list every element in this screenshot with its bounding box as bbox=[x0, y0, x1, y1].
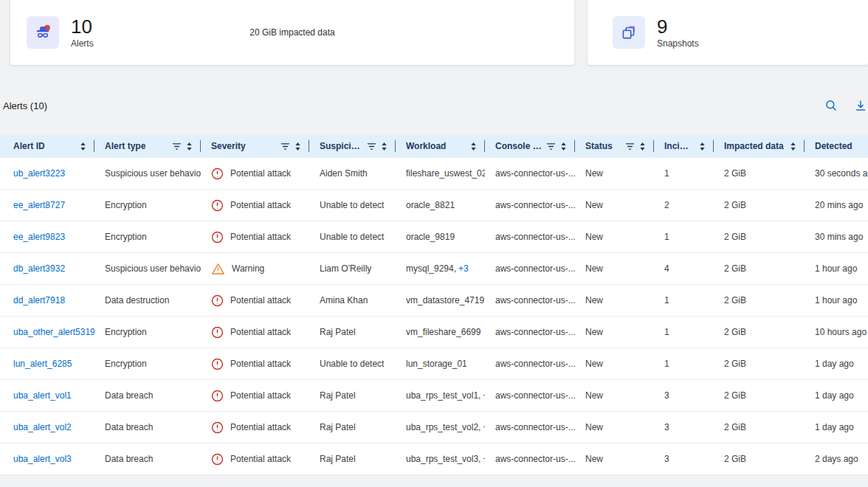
status-cell: New bbox=[575, 253, 654, 284]
console-agent-cell: aws-connector-us-... bbox=[485, 285, 575, 316]
table-row[interactable]: ee_alert8727 Encryption Potential attack… bbox=[0, 190, 868, 221]
workload-cell: oracle_8821 bbox=[396, 190, 485, 221]
column-header[interactable]: Suspicious u... bbox=[309, 134, 396, 158]
console-agent-cell: aws-connector-us-... bbox=[485, 253, 575, 284]
alerts-metric: 10 Alerts bbox=[10, 16, 94, 49]
detected-cell: 10 hours ago bbox=[805, 317, 868, 348]
alert-id-link[interactable]: lun_alert_6285 bbox=[13, 359, 72, 369]
incidents-cell: 2 bbox=[654, 190, 714, 221]
workload-name: mysql_9294, bbox=[406, 263, 456, 274]
detected-cell: 2 days ago bbox=[805, 443, 868, 474]
sort-icon[interactable] bbox=[789, 142, 797, 151]
warning-severity-icon bbox=[211, 263, 225, 275]
alert-id-link[interactable]: uba_alert_vol1 bbox=[13, 390, 72, 401]
sort-icon[interactable] bbox=[638, 142, 647, 151]
download-icon[interactable] bbox=[855, 100, 867, 111]
column-header[interactable]: Incidents bbox=[654, 134, 714, 158]
status-cell: New bbox=[575, 412, 654, 443]
filter-icon[interactable] bbox=[172, 142, 182, 151]
search-icon[interactable] bbox=[825, 100, 837, 111]
table-row[interactable]: db_alert3932 Suspicious user behavior Wa… bbox=[0, 253, 868, 285]
workload-name: fileshare_uswest_02_3: bbox=[406, 168, 485, 179]
alert-id-link[interactable]: ub_alert3223 bbox=[13, 168, 65, 179]
table-row[interactable]: ub_alert3223 Suspicious user behavior Po… bbox=[0, 158, 868, 190]
critical-severity-icon bbox=[211, 326, 224, 339]
alert-id-link[interactable]: uba_other_alert5319 bbox=[13, 327, 94, 337]
sort-icon[interactable] bbox=[185, 142, 193, 151]
impacted-data-cell: 2 GiB bbox=[714, 443, 805, 474]
alert-id-cell: uba_alert_vol3 bbox=[0, 443, 94, 474]
column-header[interactable]: Console agent bbox=[485, 134, 575, 158]
column-header[interactable]: Workload bbox=[396, 134, 485, 158]
filter-icon[interactable] bbox=[546, 142, 556, 151]
status-cell: New bbox=[575, 190, 654, 221]
sort-icon[interactable] bbox=[698, 142, 706, 151]
workload-more-link[interactable]: +3 bbox=[458, 263, 469, 274]
table-row[interactable]: dd_alert7918 Data destruction Potential … bbox=[0, 285, 868, 317]
incidents-cell: 4 bbox=[654, 253, 714, 284]
sort-icon[interactable] bbox=[79, 142, 87, 151]
filter-icon[interactable] bbox=[280, 142, 290, 151]
snapshots-count: 9 bbox=[657, 16, 699, 37]
table-row[interactable]: uba_other_alert5319 Encryption Potential… bbox=[0, 317, 868, 348]
table-row[interactable]: uba_alert_vol1 Data breach Potential att… bbox=[0, 380, 868, 412]
sort-icon[interactable] bbox=[469, 142, 478, 151]
alert-id-link[interactable]: dd_alert7918 bbox=[13, 295, 65, 305]
impacted-data-cell: 2 GiB bbox=[714, 412, 805, 443]
workload-cell: oracle_9819 bbox=[396, 221, 485, 252]
column-header[interactable]: Alert type bbox=[94, 134, 201, 158]
severity-cell: Potential attack bbox=[201, 190, 309, 221]
column-header[interactable]: Alert ID bbox=[0, 134, 94, 158]
impacted-data-cell: 2 GiB bbox=[714, 285, 805, 316]
alert-id-link[interactable]: ee_alert8727 bbox=[13, 200, 65, 210]
sort-icon[interactable] bbox=[559, 142, 568, 151]
alert-id-cell: ee_alert8727 bbox=[0, 190, 94, 221]
sort-icon[interactable] bbox=[294, 142, 302, 151]
alert-id-link[interactable]: uba_alert_vol2 bbox=[13, 422, 72, 432]
column-header-label: Workload bbox=[406, 141, 446, 151]
sort-icon[interactable] bbox=[380, 142, 388, 151]
column-header-label: Console agent bbox=[495, 141, 542, 151]
status-cell: New bbox=[575, 158, 654, 189]
filter-icon[interactable] bbox=[367, 142, 376, 151]
column-header[interactable]: Impacted data bbox=[714, 134, 805, 158]
severity-cell: Potential attack bbox=[201, 412, 309, 443]
severity-cell: Potential attack bbox=[201, 221, 309, 252]
suspicious-user-cell: Amina Khan bbox=[309, 285, 396, 316]
table-row[interactable]: ee_alert9823 Encryption Potential attack… bbox=[0, 221, 868, 253]
workload-cell: lun_storage_01 bbox=[396, 348, 485, 379]
column-header-icons bbox=[168, 142, 193, 151]
severity-cell: Potential attack bbox=[201, 380, 309, 411]
table-row[interactable]: lun_alert_6285 Encryption Potential atta… bbox=[0, 348, 868, 380]
console-agent-cell: aws-connector-us-... bbox=[485, 158, 575, 189]
table-row[interactable]: uba_alert_vol2 Data breach Potential att… bbox=[0, 412, 868, 443]
critical-severity-icon bbox=[211, 167, 224, 180]
column-header-label: Alert type bbox=[105, 141, 145, 151]
alert-id-link[interactable]: uba_alert_vol3 bbox=[13, 454, 72, 464]
status-cell: New bbox=[575, 285, 654, 316]
severity-cell: Warning bbox=[201, 253, 309, 284]
workload-cell: vm_fileshare_6699 bbox=[396, 317, 485, 348]
incidents-cell: 1 bbox=[654, 317, 714, 348]
filter-icon[interactable] bbox=[625, 142, 635, 151]
column-header[interactable]: Severity bbox=[201, 134, 309, 158]
column-header-icons bbox=[465, 142, 478, 151]
column-header[interactable]: Detected bbox=[805, 134, 868, 158]
suspicious-user-cell: Unable to detect bbox=[309, 348, 396, 379]
column-header-icons bbox=[542, 142, 568, 151]
status-cell: New bbox=[575, 443, 654, 474]
table-row[interactable]: uba_alert_vol3 Data breach Potential att… bbox=[0, 443, 868, 475]
snapshots-count-block: 9 Snapshots bbox=[657, 16, 699, 49]
column-header[interactable]: Status bbox=[575, 134, 654, 158]
alert-id-cell: dd_alert7918 bbox=[0, 285, 94, 316]
critical-severity-icon bbox=[211, 294, 224, 307]
workload-name: lun_storage_01 bbox=[406, 359, 467, 369]
alert-id-link[interactable]: db_alert3932 bbox=[13, 263, 65, 274]
alert-type-cell: Suspicious user behavior bbox=[94, 158, 201, 189]
severity-cell: Potential attack bbox=[201, 158, 309, 189]
alert-id-link[interactable]: ee_alert9823 bbox=[13, 232, 65, 242]
alerts-table: Alert ID Alert type Severity bbox=[0, 134, 868, 475]
workload-cell: uba_rps_test_vol3, +2 bbox=[396, 443, 485, 474]
workload-name: vm_datastore_4719, bbox=[406, 295, 485, 305]
detected-cell: 30 seconds ago bbox=[805, 158, 868, 189]
